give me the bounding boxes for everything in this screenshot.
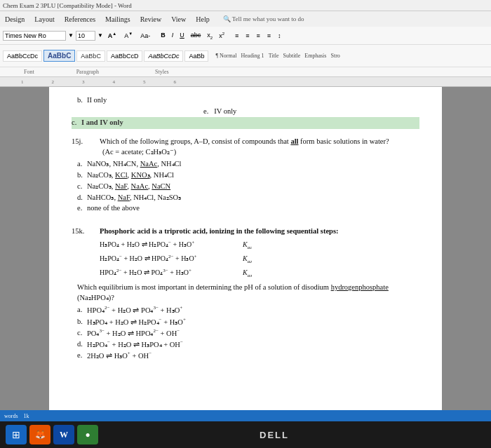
ruler-mark: 5 (143, 79, 146, 85)
bold-button[interactable]: B (158, 30, 168, 40)
word-count-label: words (4, 413, 18, 419)
15k-option-e-letter: e. (77, 351, 87, 361)
format-toolbar: ▼ ▼ A▲ A▼ Aa- B I U abc x2 x2 ≡ ≡ ≡ ≡ ↕ (0, 27, 491, 45)
group-labels-bar: Font Paragraph Styles (0, 67, 491, 77)
align-buttons: ≡ ≡ ≡ ≡ ↕ (232, 31, 284, 41)
style-title-button[interactable]: AaBbC (76, 50, 105, 62)
title-bar: Chem Exam 2 3PLU [Compatibility Mode] - … (0, 0, 491, 11)
document-page: b. II only e. IV only c. I and IV only 1… (49, 87, 442, 410)
option-c-text: I and IV only (81, 118, 123, 128)
style-subtitle-button[interactable]: AaBbCcD (107, 50, 143, 62)
equation-1: H₃PO₄ + H₂O ⇌ H₂PO₄− + H₃O+ Ka₁ (100, 240, 419, 252)
15j-option-c-text: Na₂CO₃, NaF, NaAc, NaCN (87, 182, 170, 192)
option-e-line: e. IV only (72, 107, 419, 117)
15k-option-a: a. HPO₄2− + H₂O ⇌ PO₄3− + H₃O+ (72, 305, 419, 315)
style-heading1-button[interactable]: AaBbC (43, 50, 75, 62)
follow-up-text: Which equilibrium is most important in d… (72, 283, 419, 303)
15k-option-a-letter: a. (77, 305, 87, 315)
style-emphasis-label: Emphasis (304, 53, 326, 59)
paragraph-group-label: Paragraph (76, 69, 99, 75)
title-text: Chem Exam 2 3PLU [Compatibility Mode] - … (3, 2, 132, 9)
option-e-label: e. IV only (203, 107, 236, 117)
shrink-font-button[interactable]: A▼ (121, 30, 135, 41)
equation-1-text: H₃PO₄ + H₂O ⇌ H₂PO₄− + H₃O+ (100, 240, 240, 250)
equation-1-k: Ka₁ (243, 240, 252, 252)
align-right-button[interactable]: ≡ (254, 31, 263, 41)
menu-design[interactable]: Design (3, 15, 27, 24)
style-strong-button[interactable]: AaBb (184, 50, 208, 62)
question-15k-text: Phosphoric acid is a triprotic acid, ion… (100, 226, 419, 237)
strikethrough-button[interactable]: abc (188, 30, 204, 40)
underline-button[interactable]: U (177, 30, 187, 40)
question-15j-text: Which of the following groups, A–D, cons… (100, 137, 419, 157)
question-15k-header: 15k. Phosphoric acid is a triprotic acid… (72, 226, 419, 237)
line-spacing-button[interactable]: ↕ (275, 31, 284, 41)
subscript-button[interactable]: x2 (204, 30, 215, 41)
15k-option-d: d. H₂PO₄− + H₂O ⇌ H₃PO₄ + OH− (72, 339, 419, 350)
menu-review[interactable]: Review (138, 15, 164, 24)
font-name-arrow[interactable]: ▼ (68, 32, 74, 39)
15j-option-c-letter: c. (77, 182, 87, 192)
font-group-label: Font (24, 69, 34, 75)
15j-option-a: a. NaNO₃, NH₄CN, NaAc, NH₄Cl (72, 159, 419, 170)
15j-option-e: e. none of the above (72, 203, 419, 214)
windows-button[interactable]: ⊞ (6, 425, 27, 444)
menu-layout[interactable]: Layout (32, 15, 56, 24)
document-area: b. II only e. IV only c. I and IV only 1… (0, 87, 491, 410)
menu-view[interactable]: View (169, 15, 188, 24)
style-stro-label: Stro (330, 53, 339, 59)
align-left-button[interactable]: ≡ (232, 31, 241, 41)
15j-option-c: c. Na₂CO₃, NaF, NaAc, NaCN (72, 182, 419, 192)
equation-3-k: Ka₃ (243, 268, 252, 280)
style-labels: ¶ Normal Heading 1 Title Subtitle Emphas… (215, 53, 339, 59)
15k-option-c-text: PO₄3− + H₂O ⇌ HPO₄2− + OH− (87, 328, 180, 339)
option-b-line: b. II only (72, 95, 419, 106)
firefox-button[interactable]: 🦊 (29, 425, 51, 444)
style-emphasis-button[interactable]: AaBbCcDc (144, 50, 183, 62)
ruler: 1 2 3 4 5 6 (0, 77, 491, 87)
font-size-input[interactable] (76, 31, 95, 41)
15j-option-d-letter: d. (77, 193, 87, 203)
15k-option-a-text: HPO₄2− + H₂O ⇌ PO₄3− + H₃O+ (87, 305, 182, 315)
menu-help[interactable]: Help (194, 15, 211, 24)
ruler-mark: 2 (52, 79, 55, 85)
equation-2-k: Ka₂ (243, 254, 252, 266)
grow-font-button[interactable]: A▲ (105, 30, 119, 41)
tell-me-box[interactable]: 🔍 Tell me what you want to do (223, 15, 304, 22)
menu-bar: Design Layout References Mailings Review… (0, 11, 491, 27)
clear-format-button[interactable]: Aa- (137, 31, 153, 41)
15k-option-b-text: H₃PO₄ + H₂O ⇌ H₂PO₄− + H₃O+ (87, 317, 186, 327)
superscript-button[interactable]: x2 (216, 30, 227, 41)
style-title-label: Title (269, 53, 279, 59)
15j-option-a-letter: a. (77, 159, 87, 170)
word-button[interactable]: W (53, 425, 74, 444)
font-name-input[interactable] (3, 31, 66, 41)
15j-option-e-text: none of the above (87, 203, 140, 214)
question-15k-number: 15k. (72, 226, 94, 237)
style-normal-button[interactable]: AaBbCcDc (3, 50, 42, 62)
option-e-text (77, 107, 203, 117)
15j-option-a-text: NaNO₃, NH₄CN, NaAc, NH₄Cl (87, 159, 182, 170)
style-heading1-label: Heading 1 (241, 53, 264, 59)
app-button[interactable]: ● (77, 425, 98, 444)
menu-references[interactable]: References (62, 15, 97, 24)
option-b-text: II only (87, 95, 107, 106)
equation-2-text: H₂PO₄− + H₂O ⇌ HPO₄2− + H₃O+ (100, 254, 240, 264)
italic-button[interactable]: I (169, 30, 177, 40)
15k-option-b: b. H₃PO₄ + H₂O ⇌ H₂PO₄− + H₃O+ (72, 317, 419, 327)
equation-3-text: HPO₄2− + H₂O ⇌ PO₄3− + H₃O+ (100, 268, 240, 278)
question-15k: 15k. Phosphoric acid is a triprotic acid… (72, 226, 419, 361)
equations-table: H₃PO₄ + H₂O ⇌ H₂PO₄− + H₃O+ Ka₁ H₂PO₄− +… (100, 240, 419, 280)
styles-group-label: Styles (155, 69, 169, 75)
15k-option-d-letter: d. (77, 339, 87, 350)
font-size-arrow[interactable]: ▼ (97, 32, 103, 39)
justify-button[interactable]: ≡ (264, 31, 274, 41)
align-center-button[interactable]: ≡ (243, 31, 252, 41)
styles-row: AaBbCcDc AaBbC AaBbC AaBbCcD AaBbCcDc Aa… (0, 45, 491, 67)
dell-logo: DELL (260, 430, 289, 440)
equation-3: HPO₄2− + H₂O ⇌ PO₄3− + H₃O+ Ka₃ (100, 268, 419, 280)
style-buttons: B I U abc x2 x2 (158, 30, 227, 41)
ruler-mark: 4 (113, 79, 116, 85)
menu-mailings[interactable]: Mailings (103, 15, 133, 24)
15j-option-b-text: Na₂CO₃, KCl, KNO₃, NH₄Cl (87, 170, 174, 181)
